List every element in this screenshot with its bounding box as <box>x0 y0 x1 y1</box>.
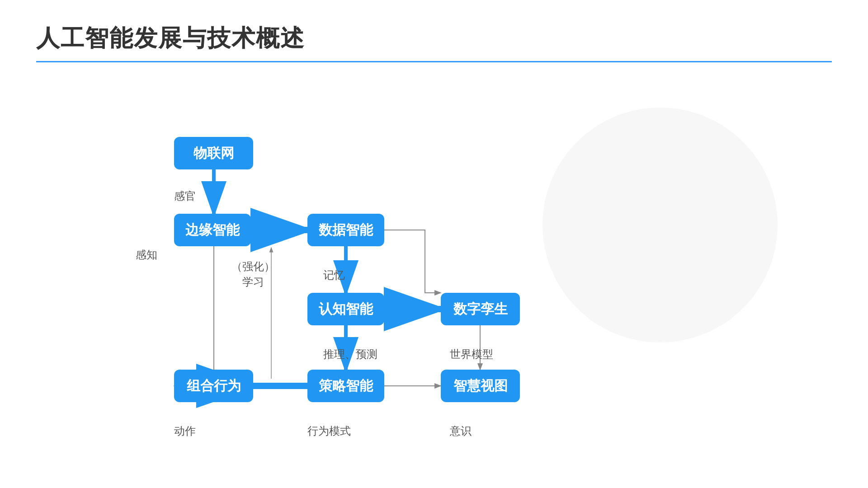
label-ganguan: 感官 <box>174 189 196 203</box>
bg-circle-decoration <box>542 108 778 343</box>
box-shuzi: 数字孪生 <box>441 293 520 325</box>
title-section: 人工智能发展与技术概述 <box>36 23 832 62</box>
title-divider <box>36 61 832 62</box>
box-celue: 策略智能 <box>307 370 384 402</box>
label-ganzhi: 感知 <box>136 248 157 262</box>
label-yishi: 意识 <box>450 424 472 438</box>
label-xingwei: 行为模式 <box>307 424 351 438</box>
diagram-area: 物联网 边缘智能 数据智能 认知智能 数字孪生 策略智能 组合行为 智慧视图 感… <box>36 71 832 460</box>
label-qianghua: （强化） 学习 <box>231 259 275 289</box>
label-dongzuo: 动作 <box>174 424 196 438</box>
box-wulianwang: 物联网 <box>174 137 253 169</box>
box-zhuhe: 组合行为 <box>174 370 253 402</box>
box-bianyuan: 边缘智能 <box>174 214 251 246</box>
label-jiyi: 记忆 <box>323 268 345 282</box>
label-shijie: 世界模型 <box>450 347 493 361</box>
page-container: 人工智能发展与技术概述 <box>0 0 868 488</box>
box-zhihui: 智慧视图 <box>441 370 520 402</box>
label-tuili: 推理、预测 <box>323 347 377 361</box>
box-renzhi: 认知智能 <box>307 293 384 325</box>
page-title: 人工智能发展与技术概述 <box>36 23 832 54</box>
box-shuju: 数据智能 <box>307 214 384 246</box>
